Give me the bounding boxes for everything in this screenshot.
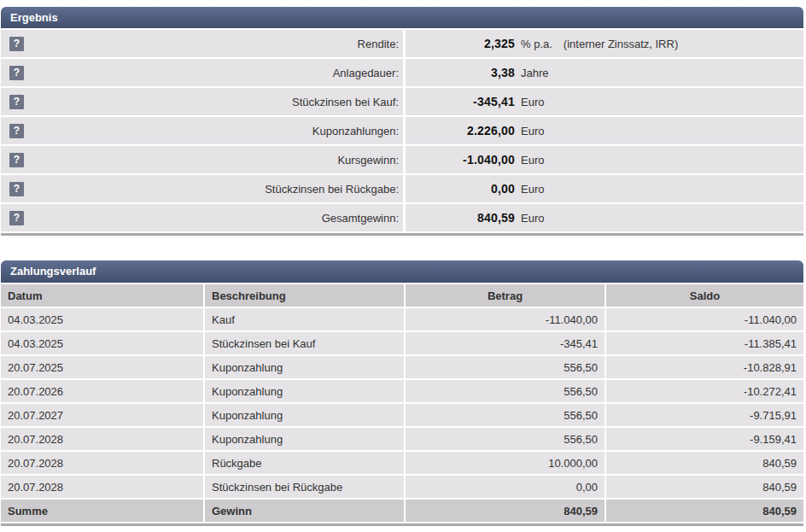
cell-beschreibung: Kauf: [205, 308, 404, 330]
results-panel-title: Ergebnis: [1, 7, 803, 28]
table-header-row: Datum Beschreibung Betrag Saldo: [1, 284, 803, 307]
result-row-gesamtgewinn: ? Gesamtgewinn: 840,59 Euro: [1, 204, 803, 231]
footer-summe: Summe: [1, 500, 203, 522]
result-row-kuponzahlungen: ? Kuponzahlungen: 2.226,00 Euro: [1, 117, 803, 144]
result-row-stueckzinsen-kauf: ? Stückzinsen bei Kauf: -345,41 Euro: [1, 88, 803, 115]
result-label: Kuponzahlungen:: [312, 125, 399, 137]
help-icon[interactable]: ?: [9, 37, 24, 51]
results-panel: Ergebnis ? Rendite: 2,325 % p.a. (intern…: [1, 7, 803, 236]
cell-saldo: -9.159,41: [606, 428, 803, 450]
result-unit: Euro: [521, 183, 544, 196]
result-label: Rendite:: [358, 38, 399, 50]
cell-beschreibung: Kuponzahlung: [205, 404, 404, 426]
help-icon[interactable]: ?: [9, 211, 24, 225]
result-unit: Euro: [521, 125, 544, 137]
result-unit: Euro: [521, 96, 544, 108]
cell-betrag: -345,41: [406, 332, 604, 354]
result-label-cell: ? Stückzinsen bei Rückgabe:: [1, 175, 403, 202]
result-value: -345,41: [406, 95, 515, 108]
table-row: 20.07.2025 Kuponzahlung 556,50 -10.828,9…: [1, 356, 803, 378]
result-value: 840,59: [406, 211, 515, 225]
cell-datum: 20.07.2026: [1, 380, 203, 402]
cell-datum: 20.07.2025: [1, 356, 203, 378]
table-footer-row: Summe Gewinn 840,59 840,59: [1, 500, 803, 522]
column-header-beschreibung: Beschreibung: [205, 284, 404, 307]
result-row-kursgewinn: ? Kursgewinn: -1.040,00 Euro: [1, 146, 803, 173]
table-row: 20.07.2028 Kuponzahlung 556,50 -9.159,41: [1, 428, 803, 450]
result-label: Anlagedauer:: [333, 67, 399, 79]
result-label: Kursgewinn:: [337, 154, 399, 167]
result-label-cell: ? Anlagedauer:: [1, 59, 403, 86]
result-label-cell: ? Stückzinsen bei Kauf:: [1, 88, 403, 115]
help-icon[interactable]: ?: [9, 153, 24, 167]
cell-datum: 20.07.2028: [1, 428, 203, 450]
result-label-cell: ? Kuponzahlungen:: [1, 117, 403, 144]
help-icon[interactable]: ?: [9, 182, 24, 196]
footer-betrag-total: 840,59: [406, 500, 604, 522]
results-rows: ? Rendite: 2,325 % p.a. (interner Zinssa…: [1, 30, 803, 231]
result-value-cell: 3,38 Jahre: [406, 59, 803, 86]
cell-beschreibung: Kuponzahlung: [205, 428, 404, 450]
panel-bottom-shadow: [1, 233, 803, 236]
cell-beschreibung: Kuponzahlung: [205, 380, 404, 402]
cell-saldo: -10.272,41: [606, 380, 803, 402]
result-value-cell: -1.040,00 Euro: [406, 146, 803, 173]
cell-datum: 04.03.2025: [1, 308, 203, 330]
cell-saldo: -11.040,00: [606, 308, 803, 330]
result-label: Stückzinsen bei Rückgabe:: [265, 183, 399, 196]
result-value-cell: 840,59 Euro: [406, 204, 803, 231]
result-label: Stückzinsen bei Kauf:: [292, 96, 399, 108]
cell-datum: 20.07.2027: [1, 404, 203, 426]
cell-saldo: -11.385,41: [606, 332, 803, 354]
cell-datum: 04.03.2025: [1, 332, 203, 354]
cell-betrag: 556,50: [406, 404, 604, 426]
payment-history-panel-title: Zahlungsverlauf: [1, 260, 803, 283]
cell-saldo: -10.828,91: [606, 356, 803, 378]
footer-gewinn: Gewinn: [205, 500, 404, 522]
payment-history-panel: Zahlungsverlauf Datum Beschreibung Betra…: [1, 260, 803, 526]
result-value: 3,38: [406, 66, 515, 79]
result-value-cell: -345,41 Euro: [406, 88, 803, 115]
result-value-cell: 2.226,00 Euro: [406, 117, 803, 144]
help-icon[interactable]: ?: [9, 95, 24, 109]
result-note: (interner Zinssatz, IRR): [564, 38, 678, 50]
panel-bottom-shadow: [1, 523, 803, 526]
table-row: 04.03.2025 Stückzinsen bei Kauf -345,41 …: [1, 332, 803, 354]
cell-saldo: 840,59: [606, 452, 803, 474]
cell-saldo: 840,59: [606, 476, 803, 498]
cell-beschreibung: Kuponzahlung: [205, 356, 404, 378]
cell-beschreibung: Stückzinsen bei Rückgabe: [205, 476, 404, 498]
result-unit: % p.a.: [521, 38, 552, 50]
column-header-datum: Datum: [1, 284, 203, 307]
column-header-saldo: Saldo: [606, 284, 803, 307]
payment-history-table: Datum Beschreibung Betrag Saldo 04.03.20…: [1, 284, 803, 522]
table-row: 20.07.2028 Rückgabe 10.000,00 840,59: [1, 452, 803, 474]
result-value: 2.226,00: [406, 124, 515, 137]
result-value-cell: 2,325 % p.a. (interner Zinssatz, IRR): [406, 30, 803, 57]
cell-betrag: -11.040,00: [406, 308, 604, 330]
cell-betrag: 556,50: [406, 428, 604, 450]
table-row: 20.07.2028 Stückzinsen bei Rückgabe 0,00…: [1, 476, 803, 498]
table-row: 04.03.2025 Kauf -11.040,00 -11.040,00: [1, 308, 803, 330]
result-unit: Euro: [521, 212, 544, 225]
result-value: 0,00: [406, 182, 515, 196]
result-row-anlagedauer: ? Anlagedauer: 3,38 Jahre: [1, 59, 803, 86]
cell-beschreibung: Stückzinsen bei Kauf: [205, 332, 404, 354]
cell-datum: 20.07.2028: [1, 476, 203, 498]
help-icon[interactable]: ?: [9, 124, 24, 138]
cell-betrag: 556,50: [406, 380, 604, 402]
cell-betrag: 0,00: [406, 476, 604, 498]
cell-betrag: 10.000,00: [406, 452, 604, 474]
result-label: Gesamtgewinn:: [322, 212, 399, 225]
result-unit: Jahre: [521, 67, 549, 79]
result-row-rendite: ? Rendite: 2,325 % p.a. (interner Zinssa…: [1, 30, 803, 57]
footer-saldo-total: 840,59: [606, 500, 803, 522]
result-row-stueckzinsen-rueckgabe: ? Stückzinsen bei Rückgabe: 0,00 Euro: [1, 175, 803, 202]
result-value: -1.040,00: [406, 153, 515, 167]
column-header-betrag: Betrag: [406, 284, 604, 307]
cell-saldo: -9.715,91: [606, 404, 803, 426]
help-icon[interactable]: ?: [9, 66, 24, 80]
cell-datum: 20.07.2028: [1, 452, 203, 474]
result-label-cell: ? Kursgewinn:: [1, 146, 403, 173]
table-row: 20.07.2026 Kuponzahlung 556,50 -10.272,4…: [1, 380, 803, 402]
